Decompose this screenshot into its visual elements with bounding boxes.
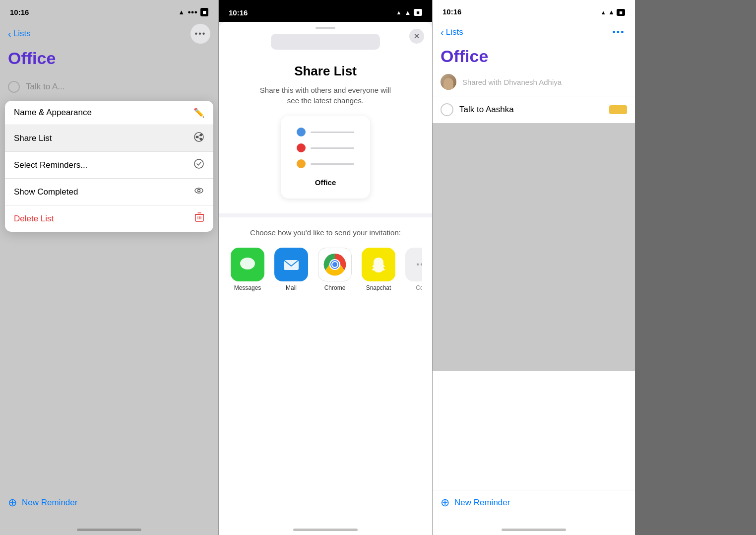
pencil-icon: ✏️ [193,107,204,118]
title-text-left: Office [8,49,56,67]
snapchat-icon [362,248,395,281]
modal-sheet: Share List Share this with others and ev… [219,22,432,535]
list-preview-name: Office [297,178,354,187]
left-phone: 10:16 ▲ ●●● ■ ‹ Lists ••• Office Talk to… [0,0,218,535]
modal-content-top: Share List Share this with others and ev… [219,59,432,213]
list-line-3 [311,163,354,165]
share-app-chrome[interactable]: Chrome [318,248,352,291]
plus-icon-left: ⊕ [8,496,17,509]
home-indicator-middle [293,529,358,531]
time-right: 10:16 [442,7,461,16]
more-button-left[interactable]: ••• [190,24,210,44]
share-icon [193,132,204,145]
more-label: Co... [416,284,422,291]
svg-point-2 [200,134,202,136]
modal-top-handle-area [219,22,432,59]
chevron-left-icon-left: ‹ [8,28,11,40]
reminder-text-left: Talk to A... [26,82,64,92]
select-reminders-label: Select Reminders... [14,160,87,170]
snapchat-label: Snapchat [366,284,391,291]
delete-list-label: Delete List [14,214,54,224]
dropdown-item-share-list[interactable]: Share List [5,125,213,152]
name-appearance-label: Name & Appearance [14,108,92,118]
status-icons-right: ▲ ▲ ■ [601,7,625,16]
share-apps-row: Messages Mail [229,248,422,291]
svg-point-8 [198,190,200,192]
middle-phone: 10:16 ▲ ▲ ■ ✕ Share List Share this with… [218,0,433,535]
signal-icon-right: ▲ [601,9,606,15]
background-fill [635,0,756,535]
list-preview-card: Office [281,116,370,199]
ellipsis-icon-left: ••• [195,29,206,38]
share-app-mail[interactable]: Mail [274,248,308,291]
reminder-left: Talk to Aashka [441,103,514,116]
dropdown-menu-left: Name & Appearance ✏️ Share List Select R… [5,101,213,232]
shared-name: Shared with Dhvanesh Adhiya [462,78,562,86]
reminder-area-left: Talk to A... [0,73,218,101]
svg-point-6 [194,159,203,168]
svg-point-21 [332,262,337,267]
new-reminder-label-left: New Reminder [22,498,77,508]
time-middle: 10:16 [229,8,248,17]
status-icons-left: ▲ ●●● ■ [178,8,208,16]
new-reminder-bar-right[interactable]: ⊕ New Reminder [433,490,635,515]
more-button-right[interactable]: ••• [610,24,627,41]
dropdown-item-show-completed[interactable]: Show Completed [5,179,213,205]
messages-label: Messages [234,284,261,291]
chevron-left-icon-right: ‹ [441,27,444,38]
list-dot-red [297,143,306,152]
reminder-row-right: Talk to Aashka [433,96,635,123]
right-phone: 10:16 ▲ ▲ ■ ‹ Lists ••• Office Shared wi… [433,0,635,535]
list-dot-orange [297,159,306,168]
home-indicator-right [502,529,566,531]
ellipsis-icon-right: ••• [613,27,625,38]
shared-avatar [441,74,456,90]
dropdown-item-name-appearance[interactable]: Name & Appearance ✏️ [5,101,213,125]
dropdown-item-select-reminders[interactable]: Select Reminders... [5,152,213,179]
battery-icon-middle: ■ [414,9,422,16]
header-bar-left: ‹ Lists ••• [0,22,218,49]
plus-icon-right: ⊕ [441,496,449,509]
svg-line-4 [198,135,200,136]
list-title-right: Office [433,45,635,70]
dropdown-item-delete-list[interactable]: Delete List [5,205,213,232]
close-icon: ✕ [414,32,420,40]
eye-icon [193,185,204,199]
svg-point-15 [240,258,255,269]
list-preview-item-1 [297,128,354,136]
wifi-icon-right: ▲ [608,8,615,16]
modal-close-button[interactable]: ✕ [409,29,424,44]
share-app-snapchat[interactable]: Snapchat [362,248,395,291]
battery-icon-left: ■ [200,8,208,16]
back-button-right[interactable]: ‹ Lists [441,27,463,38]
reminder-circle-left [8,81,20,93]
wifi-icon-middle: ▲ [404,9,411,16]
reminder-item-left: Talk to A... [8,81,210,93]
list-line-1 [311,132,354,133]
modal-url-bar [271,34,380,50]
shared-with-row: Shared with Dhvanesh Adhiya [433,70,635,96]
new-reminder-bar-left[interactable]: ⊕ New Reminder [0,490,218,515]
status-bar-right: 10:16 ▲ ▲ ■ [433,0,635,22]
messages-icon [231,248,264,281]
back-label-left: Lists [13,29,31,39]
modal-divider [219,213,432,217]
reminder-tag [609,105,627,114]
back-label-right: Lists [446,27,463,37]
share-app-more[interactable]: ••• Co... [405,248,422,291]
title-text-right: Office [441,47,488,66]
list-title-left: Office [0,49,218,73]
reminder-text-right: Talk to Aashka [459,105,514,115]
list-dot-blue [297,128,306,136]
modal-share-label: Choose how you'd like to send your invit… [229,227,422,238]
modal-handle [315,27,335,29]
modal-title: Share List [294,64,357,79]
svg-point-1 [196,136,198,138]
list-line-2 [311,147,354,149]
more-icon: ••• [405,248,422,281]
back-button-left[interactable]: ‹ Lists [8,28,31,40]
mail-icon [274,248,308,281]
signal-icon-left: ●●● [188,9,197,15]
share-app-messages[interactable]: Messages [231,248,264,291]
battery-icon-right: ■ [617,9,625,16]
